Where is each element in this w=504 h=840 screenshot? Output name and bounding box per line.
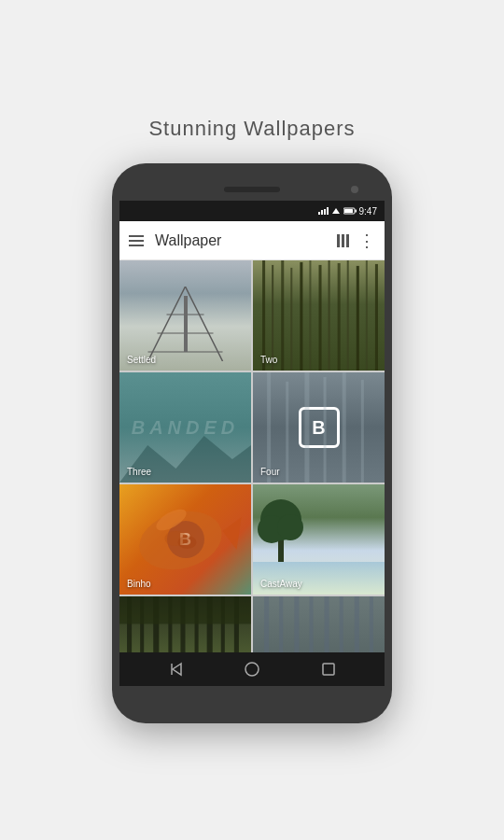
recents-icon bbox=[321, 662, 336, 677]
col-bar-3 bbox=[346, 234, 349, 247]
app-bar: Wallpaper ⋮ bbox=[119, 221, 385, 260]
back-icon bbox=[168, 662, 183, 677]
svg-rect-55 bbox=[370, 596, 373, 652]
page-tagline: Stunning Wallpapers bbox=[148, 117, 355, 141]
home-button[interactable] bbox=[244, 661, 260, 678]
dark-tree-svg bbox=[119, 596, 251, 652]
svg-rect-49 bbox=[279, 596, 283, 652]
recents-button[interactable] bbox=[321, 662, 336, 677]
phone-speaker bbox=[224, 187, 280, 192]
wallpaper-cell-row4-right[interactable] bbox=[253, 596, 385, 652]
wifi-icon bbox=[331, 207, 341, 215]
status-time: 9:47 bbox=[359, 206, 377, 217]
svg-marker-30 bbox=[223, 517, 242, 550]
wallpaper-cell-three[interactable]: BANDED Three bbox=[119, 372, 251, 483]
svg-rect-28 bbox=[361, 380, 364, 483]
phone-top-bar bbox=[119, 178, 385, 201]
svg-rect-52 bbox=[325, 596, 329, 652]
svg-line-4 bbox=[148, 287, 186, 361]
wallpaper-cell-four[interactable]: B Four bbox=[253, 372, 385, 483]
svg-rect-3 bbox=[344, 209, 353, 213]
svg-rect-2 bbox=[355, 210, 357, 213]
wallpaper-cell-settled[interactable]: Settled bbox=[119, 260, 251, 371]
phone-camera bbox=[351, 186, 358, 193]
hamburger-icon[interactable] bbox=[129, 235, 144, 246]
svg-rect-27 bbox=[343, 372, 346, 483]
svg-rect-26 bbox=[324, 377, 327, 483]
wallpaper-cell-two[interactable]: Two bbox=[253, 260, 385, 371]
signal-bar-2 bbox=[321, 210, 323, 215]
wallpaper-label-castaway: CastAway bbox=[260, 579, 302, 589]
wallpaper-label-binho: Binho bbox=[127, 579, 151, 589]
signal-bar-4 bbox=[327, 207, 329, 215]
svg-rect-12 bbox=[290, 268, 292, 371]
svg-rect-20 bbox=[366, 260, 368, 371]
home-icon bbox=[244, 661, 260, 678]
svg-rect-25 bbox=[304, 372, 309, 483]
wallpaper-cell-row4-left[interactable] bbox=[119, 596, 251, 652]
phone-shell: 9:47 Wallpaper ⋮ bbox=[112, 163, 392, 723]
hamburger-line-2 bbox=[129, 240, 144, 242]
svg-rect-21 bbox=[375, 264, 378, 371]
svg-point-33 bbox=[178, 536, 197, 549]
wallpaper-label-three: Three bbox=[127, 467, 151, 477]
svg-marker-57 bbox=[173, 664, 181, 675]
svg-rect-47 bbox=[119, 596, 251, 624]
signal-icon bbox=[318, 207, 329, 215]
svg-line-5 bbox=[186, 287, 223, 361]
svg-rect-50 bbox=[294, 596, 299, 652]
wallpaper-bg-dark-forest bbox=[119, 596, 251, 652]
phone-screen: 9:47 Wallpaper ⋮ bbox=[119, 201, 385, 686]
svg-point-37 bbox=[277, 514, 303, 540]
signal-bar-1 bbox=[318, 212, 320, 215]
page-wrapper: Stunning Wallpapers bbox=[0, 0, 504, 840]
svg-rect-14 bbox=[309, 260, 311, 371]
svg-rect-15 bbox=[319, 265, 322, 371]
svg-rect-11 bbox=[281, 260, 284, 371]
svg-rect-60 bbox=[323, 664, 334, 675]
svg-rect-51 bbox=[309, 596, 313, 652]
svg-rect-19 bbox=[357, 266, 359, 371]
wallpaper-cell-castaway[interactable]: CastAway bbox=[253, 484, 385, 595]
svg-rect-17 bbox=[338, 263, 341, 371]
svg-rect-16 bbox=[329, 260, 330, 371]
wallpaper-label-settled: Settled bbox=[127, 355, 156, 365]
wallpaper-label-two: Two bbox=[260, 355, 277, 365]
svg-rect-54 bbox=[355, 596, 359, 652]
grid-view-icon[interactable] bbox=[337, 234, 349, 247]
svg-marker-0 bbox=[332, 208, 340, 214]
signal-bar-3 bbox=[324, 209, 326, 215]
svg-rect-18 bbox=[347, 260, 349, 371]
hamburger-line-1 bbox=[129, 235, 144, 237]
svg-rect-13 bbox=[300, 262, 302, 371]
status-icons: 9:47 bbox=[318, 206, 377, 217]
wallpaper-grid: Settled bbox=[119, 260, 385, 652]
wallpaper-bg-foggy-forest bbox=[253, 596, 385, 652]
banded-text: BANDED bbox=[132, 417, 240, 439]
col-bar-2 bbox=[342, 234, 344, 247]
phone-bottom-bar bbox=[119, 652, 385, 686]
battery-icon bbox=[343, 207, 357, 215]
wallpaper-label-four: Four bbox=[260, 467, 280, 477]
hamburger-line-3 bbox=[129, 245, 144, 246]
col-bar-1 bbox=[337, 234, 340, 247]
back-button[interactable] bbox=[168, 662, 183, 677]
svg-rect-24 bbox=[286, 382, 288, 483]
wallpaper-cell-binho[interactable]: B Binho bbox=[119, 484, 251, 595]
foggy-forest-svg bbox=[253, 596, 385, 652]
app-title: Wallpaper bbox=[155, 232, 337, 249]
status-bar: 9:47 bbox=[119, 201, 385, 221]
more-icon[interactable]: ⋮ bbox=[358, 232, 375, 249]
svg-rect-48 bbox=[264, 596, 269, 652]
tree-svg bbox=[258, 492, 304, 567]
dock-svg bbox=[119, 287, 251, 361]
svg-rect-53 bbox=[340, 596, 343, 652]
svg-point-59 bbox=[245, 663, 259, 676]
